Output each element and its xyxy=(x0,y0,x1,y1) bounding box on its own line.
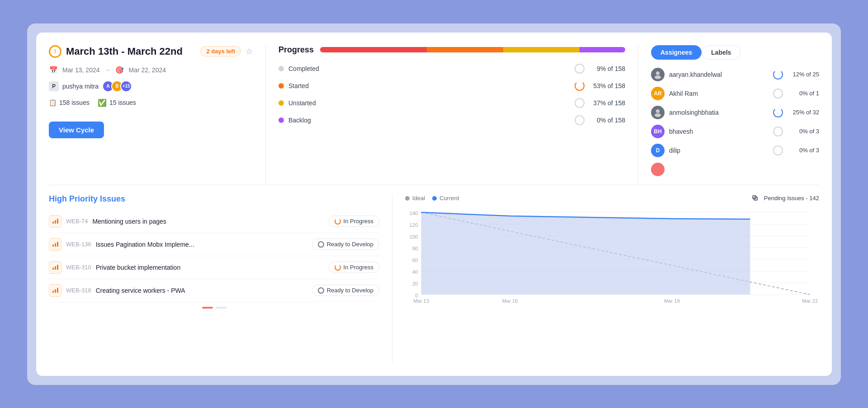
issue-name-web310: Private bucket implementation xyxy=(96,264,324,271)
backlog-label: Backlog xyxy=(288,117,570,124)
issues-panel-title: High Priority Issues xyxy=(49,194,379,204)
star-icon[interactable]: ☆ xyxy=(245,47,253,56)
assignee-pct-circle-aaryan xyxy=(773,70,783,80)
progress-item-completed: Completed 9% of 158 xyxy=(278,64,625,74)
completed-circle xyxy=(575,64,585,74)
assignee-name: pushya mitra xyxy=(62,83,99,90)
assignee-name-dilip: dilip xyxy=(669,147,769,154)
issue-items: WEB-74 Mentioning users in pages In Prog… xyxy=(49,210,379,302)
assignee-list: aaryan.khandelwal 12% of 25 AR Akhil Ram… xyxy=(651,68,819,176)
progress-panel: Progress Completed 9% of 158 xyxy=(266,45,638,185)
assignee-item-more xyxy=(651,163,819,176)
ready-icon-web136 xyxy=(318,241,324,248)
priority-icon-web310 xyxy=(49,261,61,274)
svg-point-2 xyxy=(656,109,660,113)
legend-current: Current xyxy=(432,195,459,202)
backlog-circle xyxy=(575,115,585,125)
completed-label: Completed xyxy=(288,65,570,72)
unstarted-label: Unstarted xyxy=(288,99,570,107)
days-left-badge: 2 days left xyxy=(200,46,241,56)
unstarted-dot xyxy=(278,100,284,106)
progress-item-backlog: Backlog 0% of 158 xyxy=(278,115,625,125)
ready-icon-web316 xyxy=(318,287,324,294)
progress-started-seg xyxy=(427,47,503,52)
issue-item-web74[interactable]: WEB-74 Mentioning users in pages In Prog… xyxy=(49,210,379,233)
issue-name-web74: Mentioning users in pages xyxy=(92,218,324,225)
pending-issues: Pending Issues - 142 xyxy=(752,194,819,202)
priority-icon-web316 xyxy=(49,284,61,297)
progress-items: Completed 9% of 158 Started 53% of 158 xyxy=(278,64,625,125)
svg-text:80: 80 xyxy=(412,246,418,251)
progress-backlog-seg xyxy=(580,47,625,52)
svg-text:140: 140 xyxy=(410,211,418,216)
assignee-pct-circle-akhil xyxy=(773,89,783,98)
scroll-dot-2 xyxy=(216,307,226,309)
more-assignees-indicator xyxy=(651,163,665,176)
completed-pct: 9% of 158 xyxy=(589,65,625,72)
assignee-name-akhil: Akhil Ram xyxy=(669,90,769,97)
assignee-item-bhavesh: BH bhavesh 0% of 3 xyxy=(651,125,819,138)
assignee-name-bhavesh: bhavesh xyxy=(669,128,769,135)
assignee-avatar-akhil: AR xyxy=(651,87,665,100)
burndown-chart: 140 120 100 80 60 40 20 0 xyxy=(405,207,819,306)
legend-current-dot xyxy=(432,196,437,201)
progress-bar xyxy=(320,47,625,52)
issue-id-web310: WEB-310 xyxy=(66,264,91,271)
total-issues: 📋 158 issues xyxy=(49,99,90,106)
issues-count-row: 📋 158 issues ✅ 15 issues xyxy=(49,98,253,107)
svg-text:Mar 19: Mar 19 xyxy=(664,298,680,304)
scroll-dot-1 xyxy=(202,307,213,309)
progress-item-unstarted: Unstarted 37% of 158 xyxy=(278,98,625,108)
copy-icon: 📋 xyxy=(49,99,57,106)
tab-labels[interactable]: Labels xyxy=(702,45,741,60)
tab-group: Assignees Labels xyxy=(651,45,819,60)
svg-text:100: 100 xyxy=(410,234,418,239)
assignee-item-akhil: AR Akhil Ram 0% of 1 xyxy=(651,87,819,100)
assignee-pct-circle-anmol xyxy=(773,108,783,117)
issue-status-web310: In Progress xyxy=(329,262,379,273)
issue-status-web136: Ready to Develop xyxy=(312,239,379,250)
svg-point-1 xyxy=(655,75,661,79)
started-dot xyxy=(278,83,284,89)
progress-unstarted-seg xyxy=(503,47,580,52)
date-range-row: 📅 Mar 13, 2024 → 🎯 Mar 22, 2024 xyxy=(49,66,253,74)
chart-panel: Ideal Current Pending Issues - 142 xyxy=(392,194,819,363)
assignee-pct-bhavesh: 0% of 3 xyxy=(788,128,819,135)
progress-title: Progress xyxy=(278,45,314,55)
progress-header: Progress xyxy=(278,45,625,55)
inprogress-icon-web74 xyxy=(335,218,341,225)
legend-ideal-dot xyxy=(405,196,410,201)
issue-item-web310[interactable]: WEB-310 Private bucket implementation In… xyxy=(49,256,379,279)
issue-item-web316[interactable]: WEB-316 Creating service workers - PWA R… xyxy=(49,279,379,302)
assignee-pct-anmol: 25% of 32 xyxy=(788,109,819,116)
tab-assignees[interactable]: Assignees xyxy=(651,45,702,60)
avatar-more: +15 xyxy=(120,80,132,92)
issue-id-web136: WEB-136 xyxy=(66,241,91,248)
priority-icon-web74 xyxy=(49,215,61,228)
assignee-avatar-aaryan xyxy=(651,68,665,81)
started-circle xyxy=(575,81,585,91)
started-label: Started xyxy=(288,82,570,89)
sprint-meta: 📅 Mar 13, 2024 → 🎯 Mar 22, 2024 P pushya… xyxy=(49,66,253,107)
assignee-letter: P xyxy=(49,81,59,91)
svg-text:40: 40 xyxy=(412,269,418,275)
sprint-header: ! March 13th - March 22nd 2 days left ☆ xyxy=(49,45,253,58)
assignee-pct-dilip: 0% of 3 xyxy=(788,147,819,154)
view-cycle-button[interactable]: View Cycle xyxy=(49,122,104,138)
svg-point-0 xyxy=(656,71,660,75)
legend-ideal: Ideal xyxy=(405,195,425,202)
assignee-pct-circle-bhavesh xyxy=(773,127,783,136)
scroll-more xyxy=(49,307,379,309)
target-icon: 🎯 xyxy=(115,66,124,74)
assignees-row: P pushya mitra A B +15 xyxy=(49,80,253,92)
issue-item-web136[interactable]: WEB-136 Issues Pagination Mobx Impleme..… xyxy=(49,233,379,256)
backlog-dot xyxy=(278,117,284,123)
svg-text:Mar 16: Mar 16 xyxy=(502,298,518,304)
issue-id-web74: WEB-74 xyxy=(66,218,88,225)
issue-status-web316: Ready to Develop xyxy=(312,285,379,296)
chart-legend: Ideal Current xyxy=(405,195,459,202)
assignee-pct-akhil: 0% of 1 xyxy=(788,90,819,97)
assignee-item-aaryan: aaryan.khandelwal 12% of 25 xyxy=(651,68,819,81)
top-row: ! March 13th - March 22nd 2 days left ☆ … xyxy=(49,45,819,185)
sprint-panel: ! March 13th - March 22nd 2 days left ☆ … xyxy=(49,45,266,185)
